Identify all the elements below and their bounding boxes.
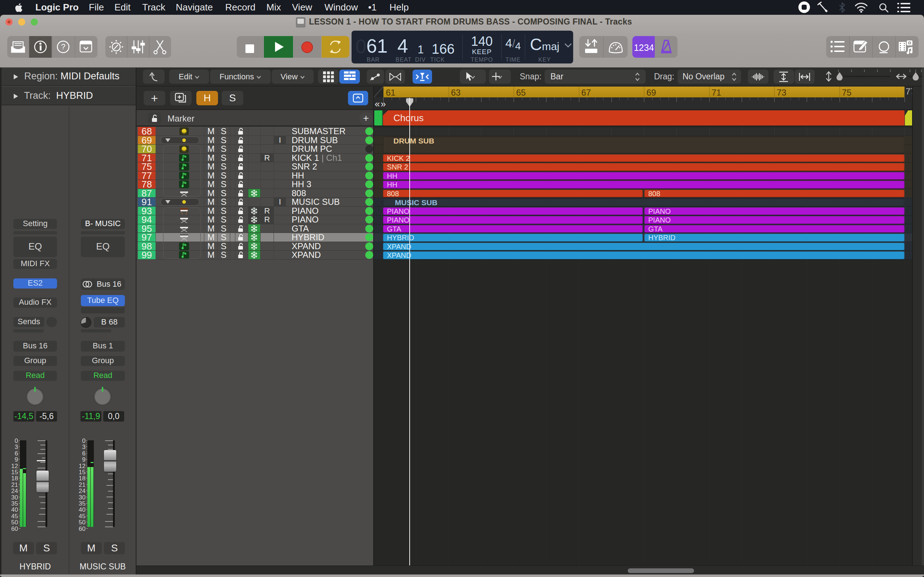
svg-text:?: ? <box>61 42 65 51</box>
